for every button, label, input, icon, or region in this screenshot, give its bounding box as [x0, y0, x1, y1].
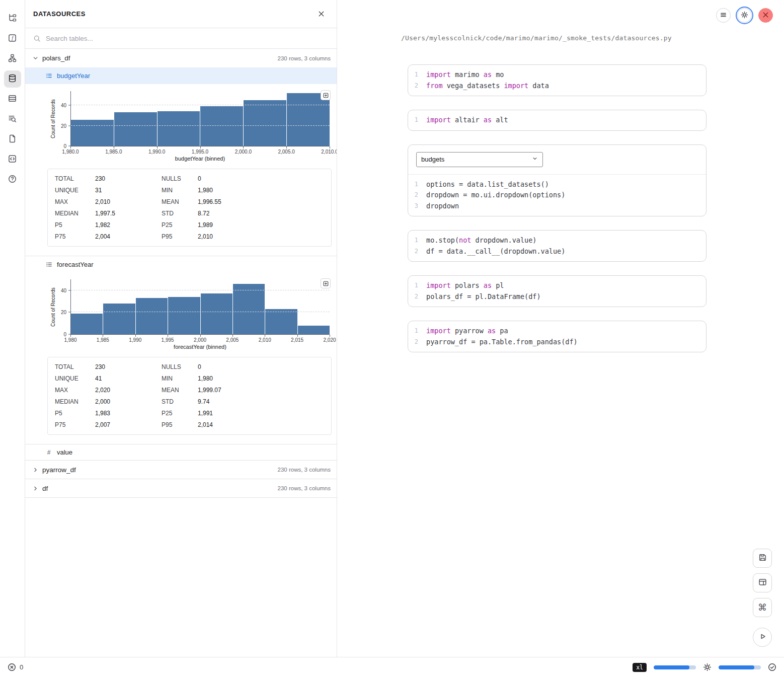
code-cell[interactable]: 1import altair as alt: [408, 110, 707, 131]
x-axis-tick: 1,990: [129, 337, 141, 343]
stat-label: P5: [55, 410, 95, 417]
stat-label: MEAN: [162, 198, 198, 205]
histogram-bar: [233, 284, 265, 334]
table-row-df[interactable]: df230 rows, 3 columns: [25, 479, 337, 498]
search-tables-input[interactable]: [46, 35, 329, 42]
chevron-right-icon: [32, 467, 39, 473]
code-line: 1import altair as alt: [408, 115, 700, 126]
histogram-bar: [168, 297, 200, 334]
code-cell[interactable]: 1import polars as pl2polars_df = pl.Data…: [408, 275, 707, 307]
menu-button[interactable]: [716, 8, 731, 23]
code-line: 2from vega_datasets import data: [408, 81, 700, 92]
zoom-slider-2[interactable]: [719, 665, 761, 669]
dataset-dropdown[interactable]: budgets: [416, 152, 543, 167]
x-axis-tick: 1,985: [97, 337, 109, 343]
table-row-pyarrow_df[interactable]: pyarrow_df230 rows, 3 columns: [25, 461, 337, 479]
layout-button[interactable]: [753, 573, 772, 592]
stat-value: 1,980: [198, 375, 324, 382]
table-meta: 230 rows, 3 columns: [278, 467, 331, 473]
stat-label: MEDIAN: [55, 210, 95, 217]
stat-value: 1,997.5: [95, 210, 162, 217]
line-number: 2: [408, 246, 426, 257]
code-cell[interactable]: 1mo.stop(not dropdown.value)2df = data._…: [408, 230, 707, 262]
code-line: 1options = data.list_datasets(): [408, 179, 700, 190]
save-button[interactable]: [753, 549, 772, 568]
network-icon: [8, 54, 17, 64]
circle-check-icon[interactable]: [768, 663, 776, 671]
histogram-bar: [103, 304, 135, 334]
line-number: 2: [408, 190, 426, 201]
histogram-bar: [200, 106, 243, 146]
rail-file-tree-button[interactable]: [4, 10, 21, 27]
stat-label: TOTAL: [55, 363, 95, 370]
tables-tree: polars_df230 rows, 3 columnsbudgetYearCo…: [25, 49, 337, 498]
stat-value: 2,014: [198, 421, 324, 428]
code-cell[interactable]: budgets1options = data.list_datasets()2d…: [408, 144, 707, 217]
line-number: 2: [408, 291, 426, 303]
expand-chart-button[interactable]: [321, 278, 331, 288]
zoom-slider-1[interactable]: [654, 665, 696, 669]
rail-snippets-button[interactable]: [4, 151, 21, 168]
histogram-bar: [71, 314, 103, 334]
floating-actions: ⌘: [753, 549, 772, 647]
rail-search-list-button[interactable]: [4, 111, 21, 128]
stat-label: MAX: [55, 198, 95, 205]
rail-help-button[interactable]: [4, 171, 21, 188]
rail-document-button[interactable]: [4, 131, 21, 148]
x-axis-tick: 1,985.0: [105, 149, 122, 155]
settings-button[interactable]: [737, 8, 752, 23]
close-panel-button[interactable]: [316, 9, 327, 20]
column-row-forecastYear[interactable]: forecastYear: [25, 256, 337, 272]
layout-icon: [758, 578, 767, 588]
rail-network-button[interactable]: [4, 50, 21, 67]
line-number: 1: [408, 69, 426, 81]
column-histogram: Count of Records020401,9801,9851,9901,99…: [47, 279, 330, 350]
stat-label: MIN: [162, 187, 198, 194]
table-name: pyarrow_df: [42, 466, 76, 474]
code-cell[interactable]: 1import pyarrow as pa2pyarrow_df = pa.Ta…: [408, 321, 707, 352]
stat-label: MEDIAN: [55, 398, 95, 405]
stat-value: 2,004: [95, 233, 162, 240]
stat-label: P95: [162, 421, 198, 428]
stat-value: 0: [198, 175, 324, 182]
shortcuts-button[interactable]: ⌘: [753, 598, 772, 617]
gear-icon: [741, 11, 748, 20]
table-row-polars_df[interactable]: polars_df230 rows, 3 columns: [25, 49, 337, 67]
x-axis-tick: 1,980.0: [62, 149, 79, 155]
stat-value: 2,007: [95, 421, 162, 428]
y-axis-tick: 20: [61, 310, 66, 315]
rail-function-button[interactable]: f: [4, 30, 21, 47]
code-line: 2pyarrow_df = pa.Table.from_pandas(df): [408, 337, 700, 348]
table-name: df: [42, 485, 48, 492]
gear-icon[interactable]: [703, 663, 712, 671]
histogram-bar: [114, 112, 157, 146]
dropdown-value: budgets: [421, 156, 444, 163]
code-cell[interactable]: 1import marimo as mo2from vega_datasets …: [408, 64, 707, 96]
run-button[interactable]: [753, 628, 772, 647]
error-counter[interactable]: 0: [8, 663, 23, 671]
expand-chart-button[interactable]: [321, 90, 331, 100]
svg-text:f: f: [12, 35, 14, 41]
shutdown-button[interactable]: [758, 8, 773, 23]
column-stats: TOTAL230NULLS0UNIQUE31MIN1,980MAX2,010ME…: [47, 169, 332, 247]
y-axis-tick: 40: [61, 103, 66, 108]
file-path: /Users/mylesscolnick/code/marimo/marimo/…: [401, 34, 784, 42]
snippets-icon: [8, 155, 17, 165]
stat-value: 31: [95, 187, 162, 194]
stat-label: P25: [162, 221, 198, 229]
width-badge[interactable]: xl: [633, 663, 647, 672]
column-row-budgetYear[interactable]: budgetYear: [25, 67, 337, 84]
datasources-panel: DATASOURCES polars_df230 rows, 3 columns…: [25, 0, 337, 657]
rail-database-button[interactable]: [4, 70, 21, 88]
stat-value: 230: [95, 363, 162, 370]
column-row-value[interactable]: #value: [25, 444, 337, 461]
hamburger-icon: [720, 11, 727, 20]
rail-rows-button[interactable]: [4, 91, 21, 108]
stat-value: 41: [95, 375, 162, 382]
histogram-bar: [287, 93, 330, 146]
stat-label: STD: [162, 398, 198, 405]
stat-value: 2,000: [95, 398, 162, 405]
x-axis-label: budgetYear (binned): [70, 156, 330, 162]
column-name: value: [57, 448, 72, 456]
line-number: 3: [408, 201, 426, 212]
